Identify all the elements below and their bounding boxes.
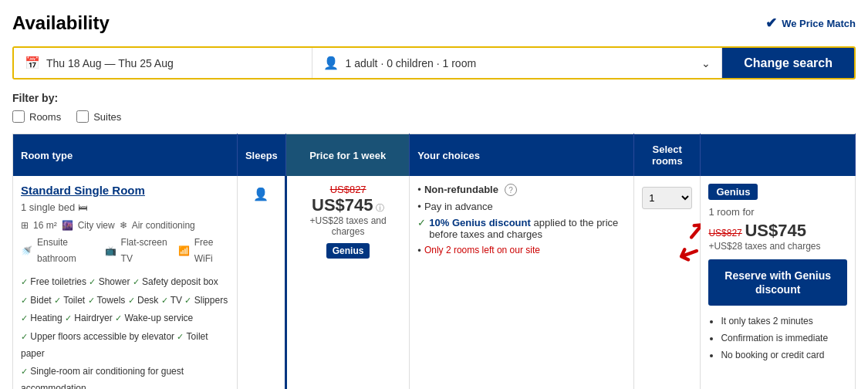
- sleeps-icon: 👤: [253, 188, 269, 201]
- sleeps-cell: 👤: [237, 176, 285, 389]
- reservation-benefits: It only takes 2 minutes Confirmation is …: [708, 313, 847, 364]
- reservation-cell: Genius 1 room for US$827 US$745 +US$28 t…: [701, 176, 856, 389]
- change-search-button[interactable]: Change search: [722, 48, 854, 78]
- size-icon: ⊞: [21, 218, 29, 233]
- rooms-table: Room type Sleeps Price for 1 week Your c…: [12, 134, 856, 389]
- col-price: Price for 1 week: [285, 134, 409, 177]
- wifi-icon: 📶: [178, 243, 190, 259]
- filter-rooms-checkbox[interactable]: [12, 110, 25, 123]
- price-taxes: +US$28 taxes and charges: [295, 215, 401, 237]
- page-title: Availability: [12, 12, 110, 34]
- select-cell: 1 2 3 ➜: [634, 176, 701, 389]
- date-field[interactable]: 📅 Thu 18 Aug — Thu 25 Aug: [14, 48, 312, 78]
- reservation-room-for: 1 room for: [708, 206, 847, 218]
- reserve-button[interactable]: Reserve with Genius discount: [708, 259, 847, 306]
- bath-icon: 🚿: [21, 243, 32, 259]
- room-bed: 1 single bed 🛏: [21, 201, 229, 213]
- table-row: Standard Single Room 1 single bed 🛏 ⊞ 16…: [13, 176, 856, 389]
- filter-rooms[interactable]: Rooms: [12, 110, 61, 123]
- person-icon: 👤: [323, 56, 339, 70]
- choice-genius-discount: ✓ 10% Genius discount applied to the pri…: [417, 217, 626, 240]
- filter-suites-checkbox[interactable]: [76, 110, 89, 123]
- col-sleeps: Sleeps: [237, 134, 285, 177]
- chevron-down-icon: ⌄: [701, 57, 711, 69]
- city-view-icon: 🌆: [62, 218, 73, 233]
- price-match-icon: ✔: [765, 15, 777, 32]
- room-quantity-select[interactable]: 1 2 3: [642, 187, 692, 209]
- filter-suites[interactable]: Suites: [76, 110, 121, 123]
- ac-icon: ❄: [120, 218, 127, 233]
- filter-section: Filter by: Rooms Suites: [12, 92, 856, 123]
- col-select: Select rooms: [634, 134, 701, 177]
- benefit-3: No booking or credit card: [721, 347, 847, 364]
- reservation-taxes: +US$28 taxes and charges: [708, 241, 847, 252]
- col-choices: Your choices: [410, 134, 634, 177]
- col-room-type: Room type: [13, 134, 238, 177]
- genius-badge-price: Genius: [326, 243, 370, 259]
- genius-badge-reservation: Genius: [708, 184, 758, 200]
- room-type-cell: Standard Single Room 1 single bed 🛏 ⊞ 16…: [13, 176, 238, 389]
- price-match-badge: ✔ We Price Match: [765, 15, 856, 32]
- room-name-link[interactable]: Standard Single Room: [21, 184, 229, 197]
- non-refundable-info-icon[interactable]: ?: [505, 184, 517, 196]
- price-current: US$745 ⓘ: [295, 195, 401, 215]
- filter-label: Filter by:: [12, 92, 856, 104]
- calendar-icon: 📅: [25, 56, 40, 70]
- benefit-2: Confirmation is immediate: [721, 330, 847, 347]
- room-features: ⊞ 16 m² 🌆 City view ❄ Air conditioning 🚿…: [21, 218, 229, 266]
- choice-pay-advance: • Pay in advance: [417, 201, 626, 212]
- price-info-icon[interactable]: ⓘ: [376, 203, 384, 212]
- choice-rooms-left: • Only 2 rooms left on our site: [417, 245, 626, 256]
- choice-non-refundable: • Non-refundable ?: [417, 184, 626, 196]
- search-bar: 📅 Thu 18 Aug — Thu 25 Aug 👤 1 adult · 0 …: [12, 46, 856, 79]
- benefit-1: It only takes 2 minutes: [721, 313, 847, 330]
- price-original: US$827: [295, 184, 401, 195]
- tv-icon: 📺: [105, 243, 117, 259]
- guests-field[interactable]: 👤 1 adult · 0 children · 1 room ⌄: [312, 48, 722, 78]
- reservation-price: US$827 US$745: [708, 221, 847, 241]
- price-cell: US$827 US$745 ⓘ +US$28 taxes and charges…: [285, 176, 409, 389]
- amenities-list: ✓ Free toiletries ✓ Shower ✓ Safety depo…: [21, 274, 229, 389]
- col-reservation: [701, 134, 856, 177]
- choices-cell: • Non-refundable ? • Pay in advance ✓ 10…: [410, 176, 634, 389]
